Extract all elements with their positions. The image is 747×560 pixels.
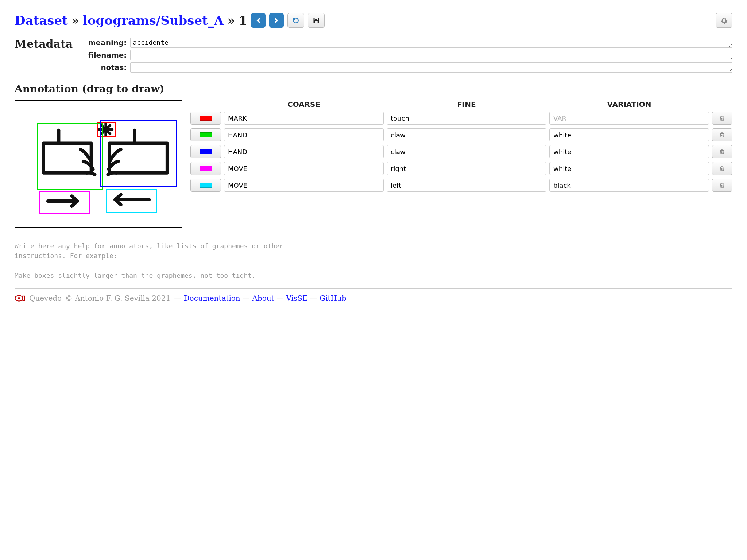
trash-icon bbox=[719, 148, 725, 155]
meta-label: meaning: bbox=[83, 38, 127, 47]
reload-button[interactable] bbox=[287, 13, 304, 28]
footer-dash: — bbox=[240, 294, 252, 303]
variation-input[interactable] bbox=[549, 162, 709, 175]
breadcrumb-sep: » bbox=[71, 13, 79, 28]
header-coarse: COARSE bbox=[224, 100, 384, 109]
meta-input[interactable] bbox=[130, 38, 732, 48]
annotation-body: COARSE FINE VARIATION bbox=[15, 100, 732, 228]
bounding-box[interactable] bbox=[106, 189, 157, 213]
arrow-left-icon bbox=[254, 16, 262, 24]
settings-button[interactable] bbox=[716, 13, 732, 28]
color-chip-button[interactable] bbox=[190, 128, 221, 141]
meta-input[interactable] bbox=[130, 62, 732, 73]
footer-dash: — bbox=[174, 294, 183, 303]
footer-link[interactable]: About bbox=[252, 294, 274, 303]
prev-button[interactable] bbox=[251, 13, 266, 28]
color-chip bbox=[200, 183, 212, 188]
header-fine: FINE bbox=[387, 100, 546, 109]
header: Dataset » logograms/Subset_A » 1 bbox=[15, 13, 732, 31]
color-chip bbox=[200, 166, 212, 171]
gear-icon bbox=[720, 17, 728, 24]
annotation-title: Annotation (drag to draw) bbox=[15, 83, 732, 95]
table-row bbox=[190, 179, 732, 192]
save-button[interactable] bbox=[308, 13, 325, 28]
footer-copyright: © Antonio F. G. Sevilla 2021 bbox=[65, 294, 170, 303]
delete-row-button[interactable] bbox=[712, 179, 732, 192]
app-logo-icon bbox=[15, 294, 26, 302]
fine-input[interactable] bbox=[387, 162, 546, 175]
footer-app: Quevedo bbox=[29, 294, 62, 303]
breadcrumb: Dataset » logograms/Subset_A » 1 bbox=[15, 13, 247, 28]
bounding-box[interactable] bbox=[37, 122, 103, 190]
meta-field: meaning: bbox=[83, 38, 732, 48]
footer-dash: — bbox=[307, 294, 320, 303]
table-row bbox=[190, 162, 732, 175]
metadata-section: Metadata meaning:filename:notas: bbox=[15, 38, 732, 73]
breadcrumb-root[interactable]: Dataset bbox=[15, 13, 68, 28]
footer: Quevedo © Antonio F. G. Sevilla 2021 — D… bbox=[15, 294, 732, 303]
delete-row-button[interactable] bbox=[712, 145, 732, 158]
delete-row-button[interactable] bbox=[712, 128, 732, 141]
delete-row-button[interactable] bbox=[712, 162, 732, 175]
fine-input[interactable] bbox=[387, 112, 546, 125]
fine-input[interactable] bbox=[387, 179, 546, 192]
variation-input[interactable] bbox=[549, 112, 709, 125]
footer-link[interactable]: GitHub bbox=[320, 294, 347, 303]
header-variation: VARIATION bbox=[549, 100, 709, 109]
meta-field: filename: bbox=[83, 50, 732, 60]
bounding-box[interactable] bbox=[39, 191, 90, 214]
variation-input[interactable] bbox=[549, 179, 709, 192]
color-chip bbox=[200, 132, 212, 137]
next-button[interactable] bbox=[269, 13, 284, 28]
trash-icon bbox=[719, 165, 725, 172]
annotation-table: COARSE FINE VARIATION bbox=[190, 100, 732, 195]
table-row bbox=[190, 145, 732, 158]
color-chip-button[interactable] bbox=[190, 145, 221, 158]
separator bbox=[15, 236, 732, 236]
svg-point-4 bbox=[18, 297, 20, 299]
breadcrumb-index: 1 bbox=[239, 13, 247, 28]
footer-dash: — bbox=[274, 294, 286, 303]
meta-input[interactable] bbox=[130, 50, 732, 60]
metadata-title: Metadata bbox=[15, 38, 73, 50]
delete-row-button[interactable] bbox=[712, 112, 732, 125]
annotation-canvas[interactable] bbox=[15, 100, 182, 228]
svg-rect-1 bbox=[315, 18, 317, 20]
coarse-input[interactable] bbox=[224, 179, 384, 192]
table-row bbox=[190, 128, 732, 141]
table-row bbox=[190, 112, 732, 125]
meta-field: notas: bbox=[83, 62, 732, 73]
variation-input[interactable] bbox=[549, 145, 709, 158]
color-chip bbox=[200, 116, 212, 121]
breadcrumb-path[interactable]: logograms/Subset_A bbox=[83, 13, 224, 28]
meta-label: filename: bbox=[83, 51, 127, 59]
variation-input[interactable] bbox=[549, 128, 709, 141]
meta-label: notas: bbox=[83, 63, 127, 72]
help-text: Write here any help for annotators, like… bbox=[15, 241, 732, 280]
coarse-input[interactable] bbox=[224, 112, 384, 125]
svg-rect-2 bbox=[315, 21, 318, 23]
color-chip-button[interactable] bbox=[190, 179, 221, 192]
trash-icon bbox=[719, 114, 725, 122]
coarse-input[interactable] bbox=[224, 145, 384, 158]
svg-rect-5 bbox=[23, 296, 25, 300]
bounding-box[interactable] bbox=[100, 120, 177, 187]
coarse-input[interactable] bbox=[224, 128, 384, 141]
coarse-input[interactable] bbox=[224, 162, 384, 175]
reload-icon bbox=[292, 17, 299, 24]
trash-icon bbox=[719, 182, 725, 189]
fine-input[interactable] bbox=[387, 145, 546, 158]
footer-link[interactable]: Documentation bbox=[184, 294, 240, 303]
separator bbox=[15, 288, 732, 289]
arrow-right-icon bbox=[272, 16, 280, 24]
save-icon bbox=[313, 17, 320, 24]
footer-link[interactable]: VisSE bbox=[286, 294, 307, 303]
table-headers: COARSE FINE VARIATION bbox=[190, 100, 732, 109]
fine-input[interactable] bbox=[387, 128, 546, 141]
color-chip bbox=[200, 149, 212, 154]
trash-icon bbox=[719, 131, 725, 139]
color-chip-button[interactable] bbox=[190, 162, 221, 175]
color-chip-button[interactable] bbox=[190, 112, 221, 125]
breadcrumb-sep: » bbox=[227, 13, 235, 28]
